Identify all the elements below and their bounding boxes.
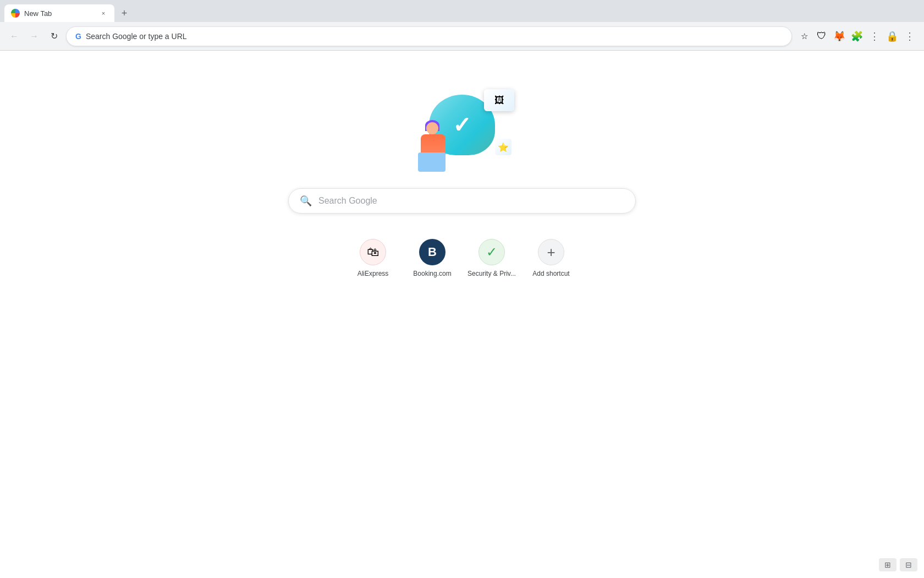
address-bar-row: ← → ↻ G Search Google or type a URL ☆ 🛡 … <box>0 22 924 51</box>
address-bar[interactable]: G Search Google or type a URL <box>66 26 792 46</box>
toolbar-icons: ☆ 🛡 🦊 🧩 ⋮ 🔒 ⋮ <box>796 29 917 44</box>
shortcut-security[interactable]: ✓ Security & Priv... <box>464 233 519 283</box>
search-placeholder: Search Google <box>318 196 377 206</box>
aliexpress-icon: 🛍 <box>360 239 386 265</box>
shortcuts-row: 🛍 AliExpress B Booking.com ✓ Security & … <box>345 233 579 283</box>
new-tab-button[interactable]: + <box>117 6 132 21</box>
security-icon: ✓ <box>479 239 505 265</box>
bottom-right-controls: ⊞ ⊟ <box>879 558 917 571</box>
person-illustration <box>415 122 454 172</box>
browser-chrome: New Tab × + ← → ↻ G Search Google or typ… <box>0 0 924 51</box>
booking-label: Booking.com <box>413 270 451 277</box>
booking-icon: B <box>419 239 446 265</box>
search-icon: 🔍 <box>300 195 312 207</box>
hero-illustration: ✓ 🖼 ⭐ <box>407 84 517 172</box>
chrome-menu-button[interactable]: ⋮ <box>902 29 917 44</box>
back-button[interactable]: ← <box>7 29 22 44</box>
security-label: Security & Priv... <box>468 270 516 277</box>
reload-button[interactable]: ↻ <box>46 29 62 44</box>
bookmark-icon[interactable]: ☆ <box>796 29 812 44</box>
active-tab[interactable]: New Tab × <box>4 4 114 22</box>
aliexpress-label: AliExpress <box>358 270 389 277</box>
puzzle-extension-icon[interactable]: 🧩 <box>849 29 865 44</box>
forward-button[interactable]: → <box>26 29 42 44</box>
grid-view-button[interactable]: ⊞ <box>879 558 897 571</box>
checkmark-illustration: ✓ <box>453 112 471 138</box>
tab-favicon <box>11 9 20 18</box>
add-shortcut-button[interactable]: + Add shortcut <box>524 233 579 283</box>
add-shortcut-icon: + <box>538 239 564 265</box>
shortcut-booking[interactable]: B Booking.com <box>405 233 460 283</box>
card-illustration: 🖼 <box>484 89 514 111</box>
add-shortcut-label: Add shortcut <box>532 270 569 277</box>
search-bar[interactable]: 🔍 Search Google <box>288 188 636 214</box>
new-tab-page: ✓ 🖼 ⭐ 🔍 Search Google 🛍 AliExpress B <box>0 51 924 578</box>
fox-extension-icon[interactable]: 🦊 <box>832 29 847 44</box>
tab-bar: New Tab × + <box>0 0 924 22</box>
google-icon: G <box>75 32 81 41</box>
shield-extension-icon[interactable]: 🛡 <box>814 29 829 44</box>
tab-title: New Tab <box>24 9 95 18</box>
shortcut-aliexpress[interactable]: 🛍 AliExpress <box>345 233 400 283</box>
green-shield-icon[interactable]: 🔒 <box>884 29 900 44</box>
list-view-button[interactable]: ⊟ <box>900 558 917 571</box>
extensions-button[interactable]: ⋮ <box>867 29 882 44</box>
address-text: Search Google or type a URL <box>86 32 783 41</box>
tab-close-button[interactable]: × <box>99 9 108 18</box>
star-illustration: ⭐ <box>495 139 512 155</box>
